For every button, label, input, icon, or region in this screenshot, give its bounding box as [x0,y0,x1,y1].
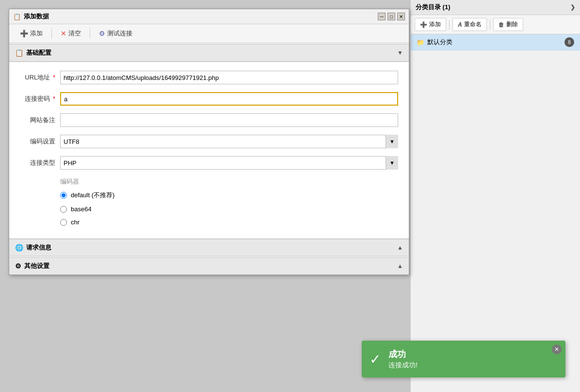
right-panel: 分类目录 (1) ❯ ➕ 添加 A 重命名 🗑 删除 📁 默认分类 8 [410,0,580,392]
delete-category-button[interactable]: 🗑 删除 [493,18,523,31]
toast-content: 成功 连接成功! [388,348,558,370]
request-info-title: 请求信息 [26,243,51,252]
delete-icon: 🗑 [499,21,504,28]
toolbar-add-button[interactable]: ➕ 添加 [14,27,48,40]
dialog-title: 添加数据 [24,12,49,21]
toast-close-button[interactable]: ✕ [552,345,562,354]
toolbar-divider-1 [51,28,52,39]
encoding-row: 编码设置 UTF8 GBK GB2312 ▼ [9,131,408,152]
dialog-title-left: 📋 添加数据 [13,12,49,21]
remark-row: 网站备注 [9,110,408,131]
dialog-toolbar: ➕ 添加 ✕ 清空 ⚙ 测试连接 [9,24,409,43]
dialog-title-icon: 📋 [13,13,21,20]
toolbar-separator-1 [449,20,450,30]
type-select[interactable]: PHP ASP ASPX JSP [60,156,398,170]
toolbar-add-icon: ➕ [20,30,28,37]
toast-message: 连接成功! [388,361,558,370]
encoding-select-wrapper: UTF8 GBK GB2312 ▼ [60,135,398,148]
basic-config-title: 基础配置 [26,48,51,57]
type-label: 连接类型 [19,158,55,167]
folder-icon: 📁 [417,39,424,46]
encoding-label: 编码设置 [19,137,55,146]
section-header-left: 📋 基础配置 [15,48,51,57]
type-select-wrapper: PHP ASP ASPX JSP ▼ [60,156,398,170]
toast-title: 成功 [388,348,558,360]
remark-label: 网站备注 [19,116,55,125]
request-info-icon: 🌐 [15,244,23,251]
encoder-chr-row: chr [9,216,408,229]
encoder-label: 编码器 [60,178,79,185]
type-row: 连接类型 PHP ASP ASPX JSP ▼ [9,152,408,173]
encoder-label-row: 编码器 [9,173,408,188]
password-input[interactable] [60,92,398,106]
other-settings-title: 其他设置 [24,262,49,270]
form-area: URL地址 * 连接密码 * 网站备注 [9,62,409,239]
toolbar-clear-icon: ✕ [61,30,66,37]
basic-config-section-header[interactable]: 📋 基础配置 ▼ [9,44,409,62]
category-item-left: 📁 默认分类 [417,38,452,47]
dialog-body: 📋 基础配置 ▼ URL地址 * 连接密码 [9,44,409,275]
encoding-select[interactable]: UTF8 GBK GB2312 [60,135,398,148]
maximize-button[interactable]: □ [387,13,395,20]
other-settings-header-left: ⚙ 其他设置 [15,262,49,270]
basic-config-toggle: ▼ [397,49,403,56]
add-category-icon: ➕ [420,21,427,28]
encoder-chr-radio[interactable] [60,219,67,226]
toolbar-divider-2 [90,28,90,39]
request-info-toggle: ▲ [397,244,403,251]
encoder-default-row: default (不推荐) [9,188,408,203]
category-badge: 8 [564,37,574,47]
rename-icon: A [458,21,462,28]
other-settings-toggle: ▲ [397,263,403,269]
minimize-button[interactable]: ─ [378,13,386,20]
titlebar-controls: ─ □ ✕ [378,13,405,20]
rename-category-button[interactable]: A 重命名 [452,18,487,31]
encoder-base64-row: base64 [9,203,408,216]
password-label: 连接密码 * [19,94,55,103]
url-label: URL地址 * [19,73,55,82]
scroll-container[interactable]: URL地址 * 连接密码 * 网站备注 [9,67,409,234]
right-panel-title: 分类目录 (1) [416,3,451,12]
encoder-chr-label[interactable]: chr [71,219,80,226]
success-toast: ✓ 成功 连接成功! ✕ [362,341,565,377]
password-required: * [53,95,55,102]
request-info-section-header[interactable]: 🌐 请求信息 ▲ [9,239,409,256]
toolbar-test-icon: ⚙ [99,30,105,37]
toolbar-test-label: 测试连接 [107,29,132,38]
encoder-default-label[interactable]: default (不推荐) [71,191,114,200]
encoder-base64-label[interactable]: base64 [71,205,92,213]
toolbar-clear-label: 清空 [68,29,81,38]
encoder-base64-radio[interactable] [60,206,67,213]
toolbar-test-button[interactable]: ⚙ 测试连接 [93,27,138,40]
dialog-add-data: 📋 添加数据 ─ □ ✕ ➕ 添加 ✕ 清空 ⚙ 测试连接 📋 [9,9,409,275]
other-settings-section-header[interactable]: ⚙ 其他设置 ▲ [9,257,409,275]
right-panel-toolbar: ➕ 添加 A 重命名 🗑 删除 [411,15,580,34]
right-panel-header: 分类目录 (1) ❯ [411,0,580,15]
dialog-titlebar: 📋 添加数据 ─ □ ✕ [9,9,409,24]
toast-check-icon: ✓ [370,351,381,367]
close-button[interactable]: ✕ [397,13,405,20]
password-row: 连接密码 * [9,88,408,110]
right-panel-expand-icon[interactable]: ❯ [570,4,575,11]
basic-config-icon: 📋 [15,49,23,57]
toolbar-separator-2 [490,20,490,30]
remark-input[interactable] [60,113,398,127]
encoder-default-radio[interactable] [60,192,67,199]
category-name: 默认分类 [427,38,452,47]
rename-label: 重命名 [464,20,482,29]
url-required: * [53,74,55,81]
add-category-button[interactable]: ➕ 添加 [415,18,446,31]
other-settings-icon: ⚙ [15,262,21,270]
delete-label: 删除 [506,20,518,29]
url-row: URL地址 * [9,67,408,88]
category-item-default[interactable]: 📁 默认分类 8 [411,34,580,50]
add-category-label: 添加 [429,20,441,29]
toolbar-clear-button[interactable]: ✕ 清空 [55,27,87,40]
request-info-header-left: 🌐 请求信息 [15,243,51,252]
toolbar-add-label: 添加 [30,29,43,38]
url-input[interactable] [60,71,398,84]
